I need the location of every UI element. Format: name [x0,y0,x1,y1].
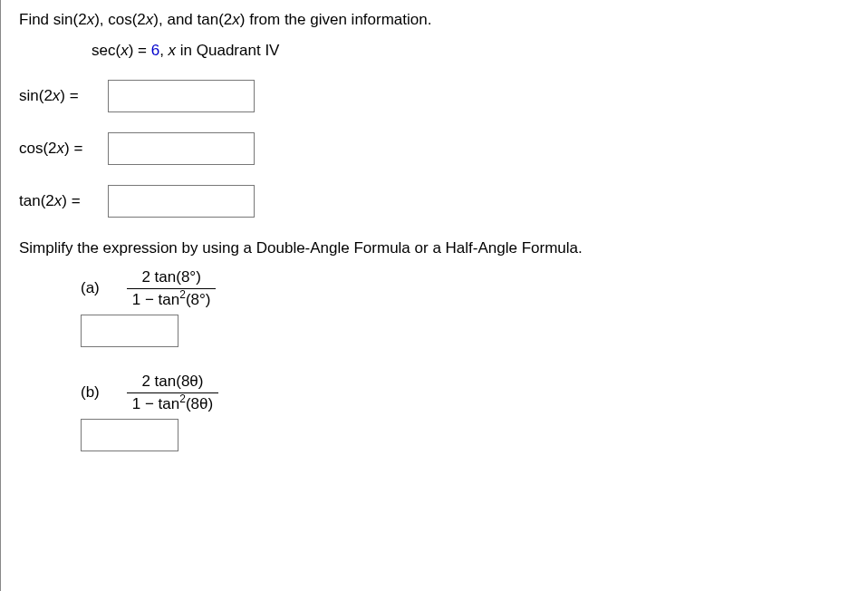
part-a-input[interactable] [81,315,178,347]
var-x: x [232,11,240,28]
prompt-text: ), cos(2 [94,11,146,28]
part-b-row: (b) 2 tan(8θ) 1 − tan2(8θ) [81,373,850,413]
prompt-text: ), and tan(2 [153,11,232,28]
question2-prompt: Simplify the expression by using a Doubl… [19,237,850,259]
given-info: sec(x) = 6, x in Quadrant IV [92,42,850,60]
answer-row-sin: sin(2x) = [19,80,850,112]
given-text: , [159,42,168,59]
prompt-text: ) from the given information. [240,11,432,28]
label-text: ) = [62,192,80,209]
numerator: 2 tan(8θ) [127,373,218,393]
label-text: ) = [60,87,78,104]
given-value: 6 [151,42,159,59]
tan-2x-input[interactable] [108,185,255,218]
label-text: cos(2 [19,140,57,157]
cos-2x-input[interactable] [108,132,255,165]
prompt-text: Find sin(2 [19,11,87,28]
numerator: 2 tan(8°) [127,268,217,289]
den-text: 1 − tan [132,291,179,308]
label-text: sin(2 [19,87,53,104]
den-text: 1 − tan [132,395,179,412]
den-text: (8°) [186,291,211,308]
part-a-row: (a) 2 tan(8°) 1 − tan2(8°) [81,268,850,309]
var-x: x [169,42,177,59]
label-text: ) = [64,140,82,157]
answer-label: tan(2x) = [19,192,108,210]
given-text: sec( [92,42,121,59]
sin-2x-input[interactable] [108,80,255,112]
part-b-label: (b) [81,383,100,402]
var-x: x [87,11,95,28]
denominator: 1 − tan2(8°) [127,289,217,309]
part-a-label: (a) [81,279,100,297]
fraction-b: 2 tan(8θ) 1 − tan2(8θ) [127,373,218,413]
denominator: 1 − tan2(8θ) [127,393,218,413]
prompt-text: Simplify the expression by using a Doubl… [19,239,583,257]
var-x: x [54,192,63,209]
given-quadrant: in Quadrant IV [176,42,279,59]
answer-label: sin(2x) = [19,87,108,105]
part-b-input[interactable] [81,419,178,451]
den-sup: 2 [179,392,186,405]
answer-row-tan: tan(2x) = [19,185,850,218]
answer-row-cos: cos(2x) = [19,132,850,165]
fraction-a: 2 tan(8°) 1 − tan2(8°) [127,268,217,309]
question1-prompt: Find sin(2x), cos(2x), and tan(2x) from … [19,9,850,31]
given-text: ) = [129,42,151,59]
label-text: tan(2 [19,192,54,209]
var-x: x [121,42,129,59]
answer-label: cos(2x) = [19,140,108,158]
den-sup: 2 [179,288,186,301]
den-text: (8θ) [186,395,213,412]
var-x: x [57,140,65,157]
